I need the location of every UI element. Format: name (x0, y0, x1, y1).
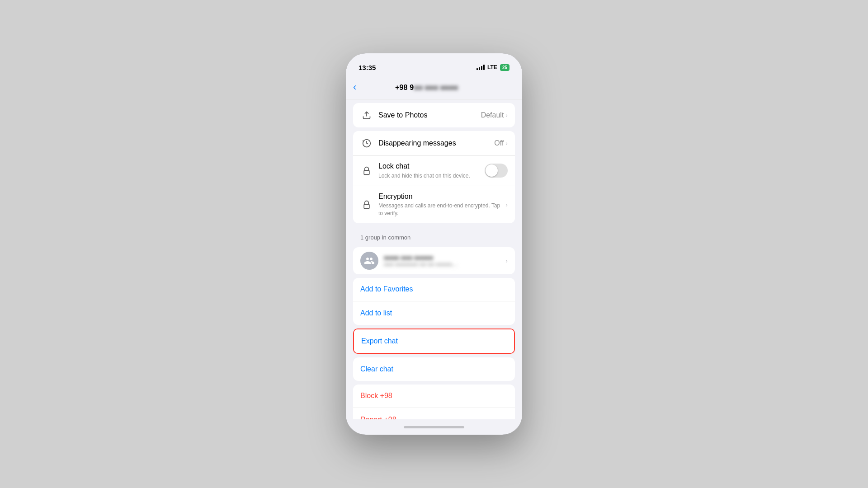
clear-chat-card: Clear chat (353, 357, 515, 381)
encryption-row[interactable]: Encryption Messages and calls are end-to… (353, 186, 515, 223)
encryption-content: Encryption Messages and calls are end-to… (378, 192, 505, 217)
add-to-list-content: Add to list (360, 309, 508, 318)
favorites-card: Add to Favorites Add to list (353, 278, 515, 325)
add-to-favorites-label: Add to Favorites (360, 285, 508, 294)
toggle-knob (486, 164, 498, 177)
home-indicator (346, 419, 522, 435)
svg-rect-2 (364, 170, 369, 174)
encryption-icon (360, 198, 373, 211)
clear-chat-label: Clear chat (360, 365, 508, 374)
groups-card: ●●●● ●●● ●●●●● ●●● ●●●●●●● ●● ●● ●●●●●,.… (353, 247, 515, 274)
lock-chat-subtitle: Lock and hide this chat on this device. (378, 172, 485, 180)
status-time: 13:35 (359, 64, 376, 71)
lock-chat-toggle[interactable] (485, 164, 508, 178)
disappearing-messages-content: Disappearing messages (378, 139, 494, 148)
add-to-favorites-content: Add to Favorites (360, 285, 508, 294)
block-content: Block +98 (360, 391, 508, 401)
lock-chat-row[interactable]: Lock chat Lock and hide this chat on thi… (353, 156, 515, 186)
add-to-list-label: Add to list (360, 309, 508, 318)
block-report-card: Block +98 Report +98 (353, 385, 515, 419)
add-to-list-row[interactable]: Add to list (353, 301, 515, 325)
export-chat-row[interactable]: Export chat (354, 329, 514, 353)
export-chat-label: Export chat (361, 337, 507, 346)
lock-chat-content: Lock chat Lock and hide this chat on thi… (378, 162, 485, 180)
export-chat-content: Export chat (361, 337, 507, 346)
svg-rect-3 (364, 204, 369, 208)
report-label: Report +98 (360, 415, 508, 419)
security-card: Disappearing messages Off › Lock chat (353, 131, 515, 223)
nav-bar: ‹ +98 9●● ●●● ●●●● (346, 76, 522, 99)
status-icons: LTE 25 (476, 64, 509, 71)
groups-section-header: 1 group in common (346, 227, 522, 244)
scroll-content: Save to Photos Default › (346, 99, 522, 419)
save-to-photos-card: Save to Photos Default › (353, 103, 515, 127)
home-bar (404, 426, 464, 428)
block-label: Block +98 (360, 391, 508, 401)
encryption-label: Encryption (378, 192, 505, 202)
lte-label: LTE (487, 64, 497, 70)
save-to-photos-value: Default (481, 111, 504, 119)
clear-chat-content: Clear chat (360, 365, 508, 374)
add-to-favorites-row[interactable]: Add to Favorites (353, 278, 515, 301)
block-row[interactable]: Block +98 (353, 385, 515, 408)
nav-title: +98 9●● ●●● ●●●● (356, 84, 497, 92)
encryption-right: › (505, 201, 508, 208)
clear-chat-row[interactable]: Clear chat (353, 357, 515, 381)
group-members: ●●● ●●●●●●● ●● ●● ●●●●●,... (384, 261, 505, 267)
save-to-photos-label: Save to Photos (378, 111, 481, 120)
group-info: ●●●● ●●● ●●●●● ●●● ●●●●●●● ●● ●● ●●●●●,.… (384, 254, 505, 267)
save-to-photos-right: Default › (481, 111, 508, 119)
group-row[interactable]: ●●●● ●●● ●●●●● ●●● ●●●●●●● ●● ●● ●●●●●,.… (353, 247, 515, 274)
report-row[interactable]: Report +98 (353, 408, 515, 419)
disappearing-messages-label: Disappearing messages (378, 139, 494, 148)
disappearing-messages-right: Off › (494, 139, 508, 147)
export-chat-card: Export chat (353, 328, 515, 354)
save-to-photos-row[interactable]: Save to Photos Default › (353, 103, 515, 127)
save-to-photos-content: Save to Photos (378, 111, 481, 120)
back-button[interactable]: ‹ (353, 83, 356, 92)
status-bar: 13:35 LTE 25 (346, 53, 522, 76)
lock-chat-icon (360, 164, 373, 177)
group-avatar (360, 252, 378, 270)
disappearing-messages-value: Off (494, 139, 504, 147)
save-to-photos-chevron-icon: › (505, 112, 508, 119)
export-chat-wrapper: Export chat (353, 328, 515, 354)
report-content: Report +98 (360, 415, 508, 419)
disappearing-messages-icon (360, 137, 373, 150)
save-to-photos-icon (360, 109, 373, 122)
group-name: ●●●● ●●● ●●●●● (384, 254, 505, 261)
battery-badge: 25 (500, 64, 509, 71)
back-chevron-icon: ‹ (353, 82, 356, 92)
disappearing-chevron-icon: › (505, 140, 508, 147)
disappearing-messages-row[interactable]: Disappearing messages Off › (353, 131, 515, 156)
encryption-chevron-icon: › (505, 201, 508, 208)
phone-shell: 13:35 LTE 25 ‹ +98 9●● ●●● ●●●● (346, 53, 522, 435)
contact-number: +98 9●● ●●● ●●●● (395, 84, 458, 91)
group-chevron-icon: › (505, 257, 508, 264)
lock-chat-label: Lock chat (378, 162, 485, 171)
encryption-subtitle: Messages and calls are end-to-end encryp… (378, 202, 505, 217)
signal-bars-icon (476, 65, 485, 70)
